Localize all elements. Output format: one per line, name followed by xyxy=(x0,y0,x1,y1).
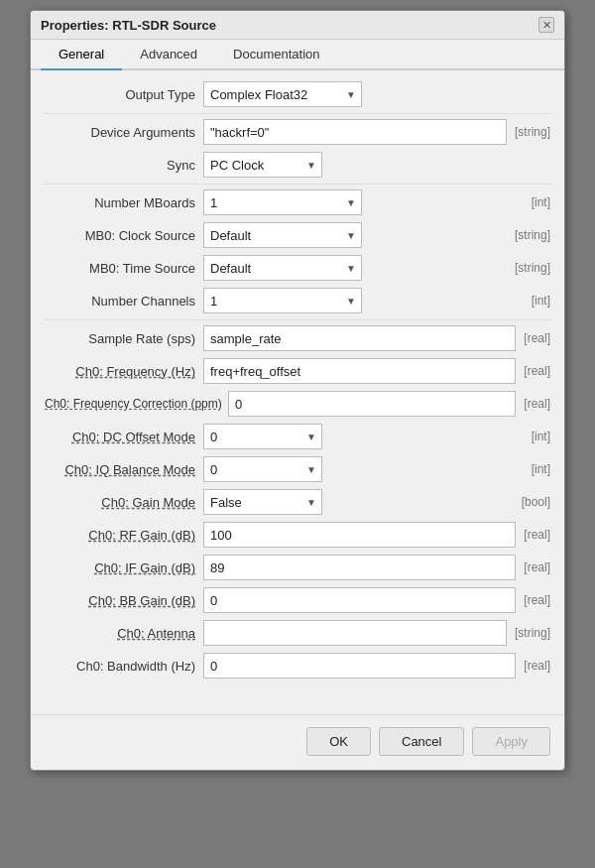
num-mboards-row: Number MBoards 1234 ▼ [int] xyxy=(45,188,550,216)
close-button[interactable]: ✕ xyxy=(538,17,554,33)
sample-rate-type: [real] xyxy=(516,331,550,345)
ch0-dc-offset-label: Ch0: DC Offset Mode xyxy=(45,430,203,444)
num-mboards-label: Number MBoards xyxy=(45,195,203,210)
dialog-title: Properties: RTL-SDR Source xyxy=(41,18,216,33)
mb0-time-select[interactable]: DefaultExternalGPS xyxy=(203,255,362,281)
ch0-freq-input[interactable] xyxy=(203,358,516,384)
ch0-freq-corr-input[interactable] xyxy=(228,391,516,417)
num-channels-select[interactable]: 1234 xyxy=(203,288,362,313)
num-mboards-select[interactable]: 1234 xyxy=(203,189,362,215)
ch0-bb-gain-input[interactable] xyxy=(203,587,516,613)
ch0-freq-corr-type: [real] xyxy=(516,397,550,411)
ch0-iq-balance-select-wrapper: 012 ▼ xyxy=(203,456,322,482)
num-mboards-type: [int] xyxy=(524,195,550,209)
ch0-freq-type: [real] xyxy=(516,364,550,378)
mb0-time-type: [string] xyxy=(507,261,550,275)
output-type-label: Output Type xyxy=(45,87,203,102)
ch0-rf-gain-type: [real] xyxy=(516,528,550,542)
divider-1 xyxy=(45,113,550,114)
mb0-time-label: MB0: Time Source xyxy=(45,261,203,276)
mb0-clock-row: MB0: Clock Source DefaultExternalInterna… xyxy=(45,221,550,249)
ch0-bb-gain-type: [real] xyxy=(516,593,550,607)
tab-general[interactable]: General xyxy=(41,40,122,70)
num-channels-label: Number Channels xyxy=(45,294,203,309)
ch0-if-gain-row: Ch0: IF Gain (dB) [real] xyxy=(45,554,550,581)
num-channels-type: [int] xyxy=(524,294,550,308)
ch0-dc-offset-select[interactable]: 012 xyxy=(203,424,322,449)
ch0-antenna-row: Ch0: Antenna [string] xyxy=(45,619,550,647)
properties-dialog: Properties: RTL-SDR Source ✕ General Adv… xyxy=(30,10,565,771)
ch0-rf-gain-input[interactable] xyxy=(203,522,516,548)
ch0-bandwidth-row: Ch0: Bandwidth (Hz) [real] xyxy=(45,652,550,680)
device-arguments-label: Device Arguments xyxy=(45,125,203,140)
ch0-if-gain-input[interactable] xyxy=(203,555,516,580)
ch0-iq-balance-label: Ch0: IQ Balance Mode xyxy=(45,462,203,477)
ch0-iq-balance-type: [int] xyxy=(524,462,550,476)
ch0-if-gain-label: Ch0: IF Gain (dB) xyxy=(45,560,203,575)
sample-rate-label: Sample Rate (sps) xyxy=(45,331,203,346)
mb0-time-row: MB0: Time Source DefaultExternalGPS ▼ [s… xyxy=(45,254,550,282)
num-channels-row: Number Channels 1234 ▼ [int] xyxy=(45,287,550,314)
mb0-clock-label: MB0: Clock Source xyxy=(45,228,203,243)
ch0-iq-balance-row: Ch0: IQ Balance Mode 012 ▼ [int] xyxy=(45,455,550,483)
ch0-bandwidth-input[interactable] xyxy=(203,653,516,679)
mb0-clock-select-wrapper: DefaultExternalInternal ▼ xyxy=(203,222,362,248)
ch0-rf-gain-row: Ch0: RF Gain (dB) [real] xyxy=(45,521,550,549)
cancel-button[interactable]: Cancel xyxy=(379,727,464,756)
spacer xyxy=(45,684,550,704)
ch0-freq-label: Ch0: Frequency (Hz) xyxy=(45,364,203,379)
ch0-antenna-label: Ch0: Antenna xyxy=(45,626,203,641)
sample-rate-input[interactable] xyxy=(203,325,516,351)
output-type-select-wrapper: Complex Float32 Float32 Short Byte ▼ xyxy=(203,81,362,107)
dialog-footer: OK Cancel Apply xyxy=(31,714,564,770)
mb0-clock-type: [string] xyxy=(507,228,550,242)
divider-3 xyxy=(45,319,550,320)
ch0-gain-mode-label: Ch0: Gain Mode xyxy=(45,495,203,510)
sync-select-wrapper: PC Clock GPS MIMO Other ▼ xyxy=(203,152,322,178)
num-mboards-select-wrapper: 1234 ▼ xyxy=(203,189,362,215)
device-arguments-input[interactable] xyxy=(203,119,507,145)
ch0-gain-mode-type: [bool] xyxy=(514,495,550,509)
ch0-antenna-type: [string] xyxy=(507,626,550,640)
output-type-select[interactable]: Complex Float32 Float32 Short Byte xyxy=(203,81,362,107)
ch0-freq-row: Ch0: Frequency (Hz) [real] xyxy=(45,357,550,385)
ch0-dc-offset-type: [int] xyxy=(524,430,550,443)
device-arguments-type: [string] xyxy=(507,125,550,139)
mb0-time-select-wrapper: DefaultExternalGPS ▼ xyxy=(203,255,362,281)
ch0-freq-corr-label: Ch0: Frequency Correction (ppm) xyxy=(45,397,228,411)
mb0-clock-select[interactable]: DefaultExternalInternal xyxy=(203,222,362,248)
ch0-rf-gain-label: Ch0: RF Gain (dB) xyxy=(45,528,203,543)
ch0-iq-balance-select[interactable]: 012 xyxy=(203,456,322,482)
num-channels-select-wrapper: 1234 ▼ xyxy=(203,288,362,313)
ch0-freq-corr-row: Ch0: Frequency Correction (ppm) [real] xyxy=(45,390,550,418)
device-arguments-row: Device Arguments [string] xyxy=(45,118,550,146)
ch0-bandwidth-label: Ch0: Bandwidth (Hz) xyxy=(45,659,203,674)
sync-label: Sync xyxy=(45,158,203,173)
sync-row: Sync PC Clock GPS MIMO Other ▼ xyxy=(45,151,550,179)
output-type-row: Output Type Complex Float32 Float32 Shor… xyxy=(45,80,550,108)
ch0-antenna-input[interactable] xyxy=(203,620,507,646)
tab-advanced[interactable]: Advanced xyxy=(122,40,215,70)
divider-2 xyxy=(45,184,550,185)
ok-button[interactable]: OK xyxy=(306,727,371,756)
ch0-gain-mode-row: Ch0: Gain Mode FalseTrue ▼ [bool] xyxy=(45,488,550,516)
ch0-gain-mode-select-wrapper: FalseTrue ▼ xyxy=(203,489,322,515)
title-bar: Properties: RTL-SDR Source ✕ xyxy=(31,11,564,40)
ch0-dc-offset-select-wrapper: 012 ▼ xyxy=(203,424,322,449)
ch0-dc-offset-row: Ch0: DC Offset Mode 012 ▼ [int] xyxy=(45,423,550,450)
sample-rate-row: Sample Rate (sps) [real] xyxy=(45,324,550,352)
tab-bar: General Advanced Documentation xyxy=(31,40,564,70)
apply-button[interactable]: Apply xyxy=(472,727,550,756)
ch0-bb-gain-row: Ch0: BB Gain (dB) [real] xyxy=(45,586,550,614)
ch0-gain-mode-select[interactable]: FalseTrue xyxy=(203,489,322,515)
ch0-bandwidth-type: [real] xyxy=(516,659,550,673)
ch0-if-gain-type: [real] xyxy=(516,560,550,574)
ch0-bb-gain-label: Ch0: BB Gain (dB) xyxy=(45,593,203,608)
sync-select[interactable]: PC Clock GPS MIMO Other xyxy=(203,152,322,178)
tab-documentation[interactable]: Documentation xyxy=(215,40,337,70)
tab-content: Output Type Complex Float32 Float32 Shor… xyxy=(31,70,564,714)
